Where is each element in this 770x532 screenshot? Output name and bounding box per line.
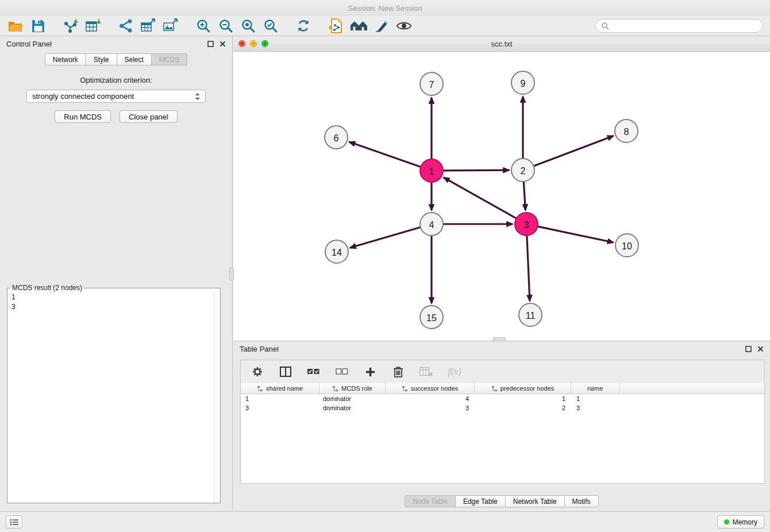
column-header-mcds-role[interactable]: MCDS role — [319, 383, 386, 394]
toolbar-search-box[interactable] — [595, 19, 763, 33]
title-bar[interactable]: Session: New Session — [0, 0, 770, 16]
tab-edge-table[interactable]: Edge Table — [456, 495, 506, 507]
graph-node-7[interactable]: 7 — [420, 72, 443, 95]
vertical-splitter-grip[interactable] — [229, 268, 234, 280]
table-settings-button[interactable] — [249, 363, 266, 380]
float-panel-icon[interactable] — [207, 41, 214, 47]
search-icon — [601, 22, 609, 30]
memory-button[interactable]: Memory — [717, 515, 764, 529]
graph-node-10[interactable]: 10 — [615, 234, 638, 257]
export-image-icon — [163, 18, 179, 33]
graph-edge-4-14[interactable] — [350, 228, 421, 248]
graph-edge-3-10[interactable] — [538, 226, 614, 242]
cytoscape-window: Session: New Session — [0, 0, 770, 532]
graph-edge-2-8[interactable] — [534, 136, 614, 165]
first-neighbors-button[interactable] — [350, 17, 368, 34]
duplicate-network-button[interactable] — [328, 17, 345, 34]
column-header-name[interactable]: name — [571, 383, 619, 394]
control-panel-header: Control Panel — [0, 36, 232, 52]
column-header-predecessor-nodes[interactable]: predecessor nodes — [475, 383, 571, 394]
zoom-in-button[interactable] — [195, 17, 212, 34]
svg-text:8: 8 — [624, 127, 629, 137]
tab-style[interactable]: Style — [86, 53, 117, 65]
split-panel-button[interactable] — [277, 363, 294, 380]
tab-mcds[interactable]: MCDS — [152, 53, 187, 65]
graph-edge-1-6[interactable] — [349, 142, 421, 167]
save-session-button[interactable] — [29, 17, 47, 34]
zoom-fit-button[interactable] — [240, 17, 257, 34]
layout-group — [295, 17, 312, 34]
style-brush-button[interactable] — [373, 17, 390, 34]
delete-table-button[interactable] — [418, 363, 435, 380]
graph-edge-3-1[interactable] — [444, 178, 517, 218]
paintbrush-icon — [374, 19, 389, 33]
import-group — [62, 17, 102, 34]
maximize-window-icon[interactable] — [261, 40, 268, 47]
apply-layout-button[interactable] — [295, 17, 312, 34]
cell-mcds-role: dominator — [319, 404, 386, 411]
import-network-button[interactable] — [62, 17, 79, 34]
svg-text:6: 6 — [334, 133, 339, 143]
graph-node-3[interactable]: 3 — [515, 213, 538, 236]
search-input[interactable] — [613, 22, 757, 30]
graph-node-9[interactable]: 9 — [511, 71, 534, 94]
graph-edge-3-11[interactable] — [527, 236, 530, 301]
graph-edge-2-3[interactable] — [523, 182, 525, 210]
result-scrollbar[interactable] — [214, 292, 220, 503]
minimize-window-icon[interactable] — [250, 40, 257, 47]
add-column-button[interactable] — [361, 363, 379, 380]
task-list-icon — [10, 519, 19, 526]
table-row[interactable]: 3 dominator 3 2 3 — [241, 403, 764, 413]
zoom-out-button[interactable] — [217, 17, 234, 34]
cell-successor-nodes: 3 — [386, 404, 475, 411]
table-panel: Table Panel — [233, 341, 770, 511]
tab-network[interactable]: Network — [45, 53, 86, 65]
run-mcds-button[interactable]: Run MCDS — [55, 110, 111, 123]
network-canvas[interactable]: 1234678910111415 — [233, 52, 770, 341]
cell-predecessor-nodes: 2 — [475, 404, 571, 411]
delete-columns-button[interactable] — [390, 363, 407, 380]
import-table-button[interactable] — [84, 17, 102, 34]
function-builder-button[interactable]: f(x) — [446, 363, 463, 380]
network-window-titlebar[interactable]: scc.txt — [233, 36, 770, 52]
open-session-button[interactable] — [7, 17, 24, 34]
graph-node-15[interactable]: 15 — [420, 306, 443, 329]
export-table-button[interactable] — [140, 17, 157, 34]
graph-node-11[interactable]: 11 — [519, 303, 542, 326]
graph-edge-1-2[interactable] — [443, 170, 509, 171]
import-table-icon — [85, 18, 102, 33]
save-floppy-icon — [32, 20, 45, 33]
control-panel-tabs: Network Style Select MCDS — [0, 53, 232, 65]
float-table-panel-icon[interactable] — [745, 346, 752, 352]
tab-select[interactable]: Select — [117, 53, 152, 65]
graph-node-8[interactable]: 8 — [615, 119, 638, 142]
close-panel-icon[interactable] — [220, 41, 226, 47]
close-window-icon[interactable] — [238, 40, 245, 47]
close-panel-button[interactable]: Close panel — [120, 110, 178, 123]
mcds-result-line: 1 — [11, 292, 220, 302]
new-network-button[interactable] — [117, 17, 134, 34]
graph-node-14[interactable]: 14 — [325, 240, 348, 263]
criterion-dropdown[interactable]: strongly connected component — [26, 90, 206, 103]
graph-node-1[interactable]: 1 — [420, 159, 443, 182]
graph-node-6[interactable]: 6 — [325, 126, 348, 149]
close-table-panel-icon[interactable] — [757, 346, 764, 352]
table-row[interactable]: 1 dominator 4 1 1 — [241, 394, 764, 403]
cell-predecessor-nodes: 1 — [475, 395, 571, 402]
tab-network-table[interactable]: Network Table — [506, 495, 565, 507]
deselect-all-rows-button[interactable] — [333, 363, 351, 380]
select-all-rows-button[interactable] — [305, 363, 322, 380]
zoom-in-icon — [196, 18, 211, 33]
zoom-selected-button[interactable] — [262, 17, 279, 34]
tab-motifs[interactable]: Motifs — [565, 495, 599, 507]
graph-node-2[interactable]: 2 — [511, 159, 534, 182]
export-image-button[interactable] — [162, 17, 179, 34]
column-header-successor-nodes[interactable]: successor nodes — [386, 383, 475, 394]
tab-node-table[interactable]: Node Table — [405, 495, 456, 507]
task-history-button[interactable] — [6, 515, 22, 529]
cell-mcds-role: dominator — [319, 395, 386, 402]
graph-node-4[interactable]: 4 — [420, 213, 443, 236]
criterion-value: strongly connected component — [32, 92, 134, 101]
column-header-shared-name[interactable]: shared name — [241, 383, 319, 394]
show-graphics-details-button[interactable] — [395, 17, 413, 34]
